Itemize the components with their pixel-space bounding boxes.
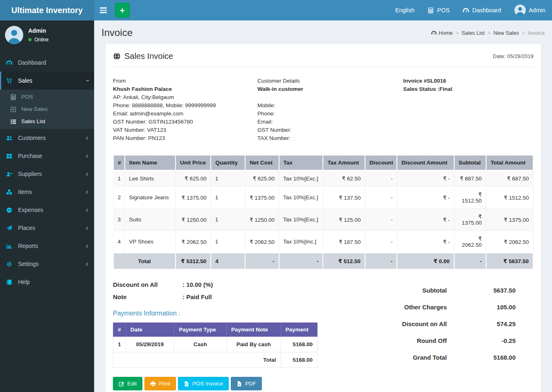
hamburger-menu-icon[interactable] (94, 7, 113, 13)
user-avatar (514, 5, 526, 16)
file-text-icon (184, 381, 189, 387)
paper-plane-icon (6, 225, 15, 231)
item-cell: ₹ - (397, 231, 454, 253)
sidebar-item-items[interactable]: Items ‹ (0, 183, 94, 201)
sidebar-item-purchase[interactable]: Purchase ‹ (0, 147, 94, 165)
breadcrumb-home[interactable]: Home (431, 30, 453, 36)
item-cell: 1 (113, 170, 125, 187)
item-cell: ₹ 1512.50 (486, 187, 533, 209)
sidebar-item-expenses[interactable]: Expenses ‹ (0, 201, 94, 219)
item-cell: Signature Jeans (125, 187, 176, 209)
nav-language-label: English (395, 7, 415, 14)
item-cell: ₹ 2062.50 (176, 231, 211, 253)
online-status-dot (28, 38, 32, 41)
customer-name: Walk-in customer (257, 85, 403, 93)
summary-grand-total: Grand Total 5168.00 (341, 354, 516, 361)
sidebar-user-status: Online (28, 37, 49, 43)
sidebar-item-settings[interactable]: Settings ‹ (0, 255, 94, 273)
item-cell: 2 (113, 187, 125, 209)
note-row: Note : Paid Full (113, 293, 326, 300)
breadcrumb-sales-list[interactable]: Sales List (462, 30, 484, 36)
sidebar-item-customers[interactable]: Customers ‹ (0, 129, 94, 147)
breadcrumb-new-sales[interactable]: New Sales (493, 30, 519, 36)
discount-on-all-row: Discount on All : 10.00 (%) (113, 281, 326, 288)
nav-user-menu[interactable]: Admin (508, 0, 552, 20)
nav-pos-label: POS (437, 7, 450, 14)
chevron-left-icon: ‹ (86, 189, 88, 195)
nav-user-label: Admin (529, 7, 545, 14)
edit-button[interactable]: Edit (113, 377, 142, 390)
sidebar: Admin Online Dashboard Sales ‹ (0, 20, 94, 392)
summary-round-off: Round Off -0.25 (341, 337, 516, 344)
item-cell: - (365, 231, 397, 253)
invoice-panel: Sales Invoice Date: 05/29/2019 From Khus… (106, 44, 541, 392)
quick-add-button[interactable]: + (115, 3, 130, 18)
top-navbar: + English POS Dashboard Adm (94, 0, 552, 20)
items-table-body: 1Lee Shirts₹ 625.001₹ 625.00Tax 10%[Exc.… (113, 170, 533, 253)
payments-heading: Payments Information : (113, 310, 326, 317)
payments-table-body: 105/29/2019CashPaid By cash5168.00 (113, 337, 318, 352)
payments-table-header: # Date Payment Type Payment Note Payment (113, 323, 318, 337)
item-cell: ₹ - (397, 187, 454, 209)
breadcrumb-separator: > (487, 30, 491, 36)
sidebar-item-sales-list[interactable]: Sales List (0, 115, 94, 128)
pencil-square-icon (119, 381, 124, 387)
brand-logo[interactable]: Ultimate Inventory (0, 0, 94, 20)
customer-block: Customer Details Walk-in customer Mobile… (257, 77, 403, 142)
bar-chart-icon (6, 243, 15, 249)
payment-cell: Cash (174, 337, 227, 352)
content-header: Invoice Home > Sales List > New Sales > … (94, 20, 552, 44)
sidebar-item-reports[interactable]: Reports ‹ (0, 237, 94, 255)
payment-cell: 05/29/2019 (126, 337, 174, 352)
sidebar-item-new-sales[interactable]: New Sales (0, 103, 94, 115)
chevron-left-icon: ‹ (86, 153, 88, 159)
sidebar-item-help[interactable]: Help (0, 273, 94, 291)
item-cell: ₹ 1250.00 (176, 209, 211, 231)
calculator-icon (10, 94, 18, 100)
chevron-left-icon: ‹ (86, 171, 88, 177)
sidebar-avatar (5, 26, 23, 44)
payment-cell: 1 (113, 337, 126, 352)
item-cell: ₹ - (397, 170, 454, 187)
item-cell: ₹ 1375.00 (486, 209, 533, 231)
breadcrumb-invoice: Invoice (528, 30, 545, 36)
users-icon (6, 135, 15, 141)
item-cell: ₹ 1375.00 (176, 187, 211, 209)
breadcrumb-separator: > (456, 30, 459, 36)
nav-pos[interactable]: POS (421, 0, 456, 20)
item-cell: 1 (211, 170, 245, 187)
pdf-button[interactable]: PDF (231, 377, 262, 390)
payment-cell: Paid By cash (226, 337, 281, 352)
item-cell: ₹ 687.50 (486, 170, 533, 187)
pos-invoice-button[interactable]: POS Invoice (178, 377, 229, 390)
table-row: 3Suits₹ 1250.001₹ 1250.00Tax 10%[Exc.]₹ … (113, 209, 533, 231)
sidebar-item-places[interactable]: Places ‹ (0, 219, 94, 237)
sidebar-item-sales[interactable]: Sales ‹ (0, 72, 94, 90)
item-cell: ₹ 2062.50 (245, 231, 279, 253)
item-cell: ₹ - (397, 209, 454, 231)
main-header: Ultimate Inventory + English POS Dashboa… (0, 0, 552, 20)
sidebar-item-pos[interactable]: POS (0, 91, 94, 103)
item-cell: - (365, 187, 397, 209)
nav-dashboard[interactable]: Dashboard (456, 0, 508, 20)
chevron-left-icon: ‹ (86, 225, 88, 231)
item-cell: ₹ 687.50 (454, 170, 486, 187)
sidebar-user-panel: Admin Online (0, 20, 94, 50)
invoice-info: From Khush Fashion Palace AP: Ankali, Ci… (113, 77, 534, 142)
gears-icon (6, 261, 15, 267)
user-plus-icon (6, 171, 15, 177)
tachometer-icon (6, 60, 15, 66)
item-cell: ₹ 2062.50 (454, 231, 486, 253)
payments-table: # Date Payment Type Payment Note Payment… (113, 322, 318, 368)
globe-icon (113, 52, 121, 60)
item-cell: VP Shoes (125, 231, 176, 253)
sidebar-menu: Dashboard Sales ‹ POS New Sales (0, 54, 94, 291)
item-cell: Tax 10%[Inc.] (279, 231, 323, 253)
sidebar-item-dashboard[interactable]: Dashboard (0, 54, 94, 72)
invoice-date: Date: 05/29/2019 (493, 53, 534, 59)
table-row: 2Signature Jeans₹ 1375.001₹ 1375.00Tax 1… (113, 187, 533, 209)
payment-cell: 5168.00 (281, 337, 317, 352)
nav-language[interactable]: English (389, 0, 421, 20)
sidebar-item-suppliers[interactable]: Suppliers ‹ (0, 165, 94, 183)
print-button[interactable]: Print (144, 377, 176, 390)
